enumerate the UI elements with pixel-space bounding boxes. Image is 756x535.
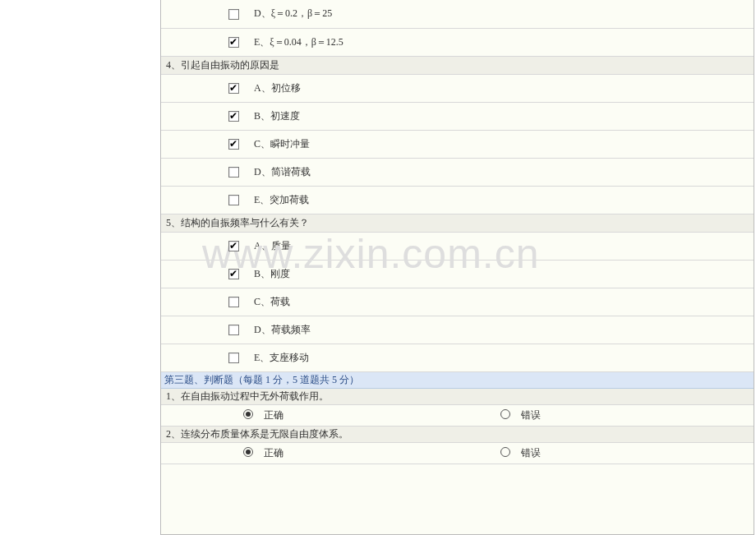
option-label: C、瞬时冲量 bbox=[254, 137, 310, 151]
tf-q2-prompt: 2、连续分布质量体系是无限自由度体系。 bbox=[161, 426, 754, 442]
option-label: D、简谐荷载 bbox=[254, 165, 311, 179]
tf-false-label: 错误 bbox=[521, 408, 541, 422]
tf-q1-prompt: 1、在自由振动过程中无外荷载作用。 bbox=[161, 388, 754, 404]
radio-tf-q1-true[interactable] bbox=[243, 409, 253, 419]
q5-option-d-row: D、荷载频率 bbox=[161, 316, 754, 344]
q5-option-b-row: B、刚度 bbox=[161, 260, 754, 288]
option-label: B、刚度 bbox=[254, 267, 290, 281]
tf-q2-answers-row: 正确 错误 bbox=[161, 442, 754, 464]
q4-option-e-row: E、突加荷载 bbox=[161, 186, 754, 214]
q4-option-c-row: C、瞬时冲量 bbox=[161, 130, 754, 158]
q4-option-d-row: D、简谐荷载 bbox=[161, 158, 754, 186]
checkbox-prev-d[interactable] bbox=[228, 9, 239, 20]
option-label: A、质量 bbox=[254, 239, 291, 253]
radio-tf-q2-false[interactable] bbox=[500, 447, 510, 457]
option-label: E、支座移动 bbox=[254, 351, 309, 365]
section3-header-row: 第三题、判断题（每题 1 分，5 道题共 5 分） bbox=[161, 371, 754, 388]
q5-prompt-row: 5、结构的自振频率与什么有关？ bbox=[161, 214, 754, 232]
tf-q1-prompt-row: 1、在自由振动过程中无外荷载作用。 bbox=[161, 388, 754, 404]
q5-prompt: 5、结构的自振频率与什么有关？ bbox=[161, 214, 754, 232]
checkbox-q5-c[interactable] bbox=[228, 297, 239, 307]
option-label: A、初位移 bbox=[254, 81, 301, 95]
q4-option-a-row: A、初位移 bbox=[161, 74, 754, 102]
option-label: E、突加荷载 bbox=[254, 193, 309, 207]
checkbox-prev-e[interactable] bbox=[228, 37, 239, 48]
option-label: B、初速度 bbox=[254, 109, 300, 123]
option-label: C、荷载 bbox=[254, 295, 290, 309]
option-label: E、ξ＝0.04，β＝12.5 bbox=[254, 35, 343, 49]
tf-q1-answers-row: 正确 错误 bbox=[161, 404, 754, 426]
document-panel: www.zixin.com.cn D、ξ＝0.2，β＝25 E、ξ＝0.04，β… bbox=[160, 0, 754, 535]
q4-option-b-row: B、初速度 bbox=[161, 102, 754, 130]
checkbox-q4-e[interactable] bbox=[228, 195, 239, 205]
prev-option-d-row: D、ξ＝0.2，β＝25 bbox=[161, 0, 754, 28]
checkbox-q5-e[interactable] bbox=[228, 353, 239, 363]
q5-option-a-row: A、质量 bbox=[161, 232, 754, 260]
radio-tf-q2-true[interactable] bbox=[243, 447, 253, 457]
section3-title: 第三题、判断题（每题 1 分，5 道题共 5 分） bbox=[161, 371, 754, 388]
tf-q2-prompt-row: 2、连续分布质量体系是无限自由度体系。 bbox=[161, 426, 754, 442]
checkbox-q4-b[interactable] bbox=[228, 111, 239, 122]
page-container: www.zixin.com.cn D、ξ＝0.2，β＝25 E、ξ＝0.04，β… bbox=[0, 0, 756, 535]
q5-option-e-row: E、支座移动 bbox=[161, 344, 754, 371]
content-table: D、ξ＝0.2，β＝25 E、ξ＝0.04，β＝12.5 4、引起自由振动的原因… bbox=[161, 0, 754, 464]
checkbox-q4-a[interactable] bbox=[228, 83, 239, 94]
checkbox-q5-d[interactable] bbox=[228, 325, 239, 335]
q5-option-c-row: C、荷载 bbox=[161, 288, 754, 316]
checkbox-q4-c[interactable] bbox=[228, 139, 239, 150]
checkbox-q5-b[interactable] bbox=[228, 269, 239, 279]
option-label: D、ξ＝0.2，β＝25 bbox=[254, 7, 332, 21]
checkbox-q5-a[interactable] bbox=[228, 241, 239, 251]
q4-prompt-row: 4、引起自由振动的原因是 bbox=[161, 56, 754, 74]
tf-true-label: 正确 bbox=[264, 446, 284, 460]
tf-true-label: 正确 bbox=[264, 408, 284, 422]
tf-false-label: 错误 bbox=[521, 446, 541, 460]
radio-tf-q1-false[interactable] bbox=[500, 409, 510, 419]
option-label: D、荷载频率 bbox=[254, 323, 311, 337]
prev-option-e-row: E、ξ＝0.04，β＝12.5 bbox=[161, 28, 754, 56]
checkbox-q4-d[interactable] bbox=[228, 167, 239, 178]
q4-prompt: 4、引起自由振动的原因是 bbox=[161, 56, 754, 74]
